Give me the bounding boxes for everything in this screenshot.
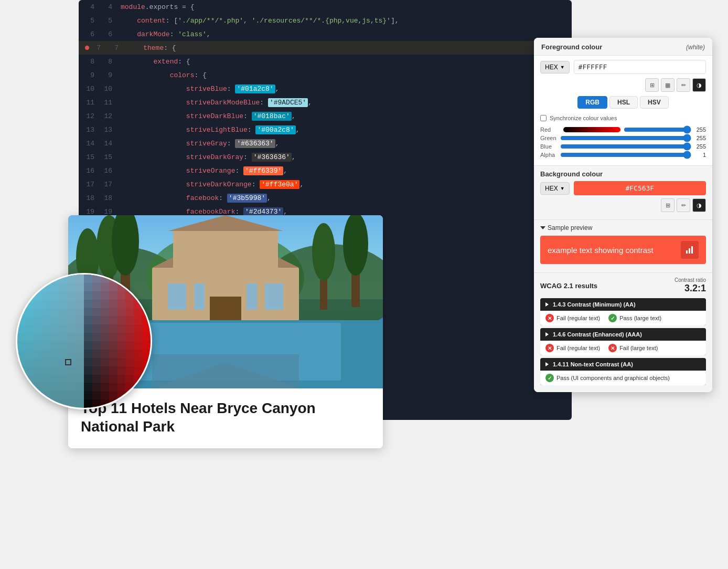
blue-slider-row: Blue 255 (540, 143, 706, 150)
wcag-146-result-1: ✕ Fail (regular text) (545, 344, 600, 352)
wcag-title: WCAG 2.1 results (540, 282, 597, 290)
wcag-146-body: ✕ Fail (regular text) ✕ Fail (large text… (540, 341, 706, 355)
wcag-143-result-2: ✓ Pass (large text) (608, 314, 661, 322)
wcag-item-146-header[interactable]: 1.4.6 Contrast (Enhanced) (AAA) (540, 328, 706, 341)
contrast-label: Contrast ratio (675, 277, 706, 283)
wcag-1411-result-1: ✓ Pass (UI components and graphical obje… (545, 374, 670, 382)
wcag-arrow-icon-2 (545, 332, 549, 336)
sync-row: Synchronize colour values (534, 113, 712, 124)
tab-hsv[interactable]: HSV (640, 96, 669, 109)
code-line: 14 14 striveGray: '#636363', (79, 136, 572, 150)
svg-rect-20 (168, 283, 186, 310)
bg-eyedropper-icon-btn[interactable]: ✏ (677, 198, 690, 212)
svg-marker-19 (168, 215, 283, 231)
sync-label: Synchronize colour values (550, 115, 617, 121)
code-line: 9 9 colors: { (79, 68, 572, 82)
chevron-down-icon: ▼ (560, 65, 565, 70)
panel-label-white: (white) (686, 44, 705, 51)
bg-icon-row: ⊞ ✏ ◑ (540, 198, 706, 212)
code-line: 18 18 facebook: '#3b5998', (79, 191, 572, 205)
wcag-143-title: 1.4.3 Contrast (Minimum) (AA) (553, 301, 636, 308)
wcag-143-result-2-label: Pass (large text) (619, 315, 661, 321)
code-line: 7 7 theme: { (79, 41, 572, 55)
code-line: 8 8 extend: { (79, 55, 572, 68)
bar-chart-icon (685, 245, 694, 255)
svg-rect-18 (173, 231, 278, 273)
blog-title: Top 11 Hotels Near Bryce Canyon National… (81, 399, 370, 436)
bg-grid-icon-btn[interactable]: ⊞ (661, 198, 675, 212)
code-line: 11 11 striveDarkModeBlue: '#9ADCE5', (79, 96, 572, 109)
wcag-143-result-1-label: Fail (regular text) (556, 315, 600, 321)
sample-preview-text: example text showing contrast (548, 246, 654, 255)
red-slider-row: Red 255 (540, 127, 706, 133)
color-picker-panel: Foreground colour (white) HEX ▼ ⊞ ▦ ✏ ◑ … (534, 38, 712, 392)
wcag-item-1411-header[interactable]: 1.4.11 Non-text Contrast (AA) (540, 358, 706, 371)
triangle-icon (540, 226, 545, 229)
hex-format-select[interactable]: HEX ▼ (540, 61, 570, 73)
bg-hex-value: #FC563F (574, 181, 706, 195)
picker-grid (17, 275, 151, 408)
red-slider-track (563, 127, 620, 132)
wcag-1411-body: ✓ Pass (UI components and graphical obje… (540, 371, 706, 385)
tab-hsl[interactable]: HSL (609, 96, 638, 109)
code-line: 15 15 striveDarkGray: '#363636', (79, 150, 572, 164)
wcag-item-146: 1.4.6 Contrast (Enhanced) (AAA) ✕ Fail (… (540, 328, 706, 355)
svg-point-15 (343, 215, 368, 276)
green-value: 255 (691, 135, 706, 141)
code-line: 4 4 module.exports = { (79, 0, 572, 14)
spectrum-icon-btn[interactable]: ▦ (661, 78, 675, 92)
contrast-icon-btn[interactable]: ◑ (692, 78, 706, 92)
wcag-143-body: ✕ Fail (regular text) ✓ Pass (large text… (540, 311, 706, 325)
chevron-down-icon-bg: ▼ (560, 186, 565, 191)
svg-rect-29 (152, 354, 299, 388)
wcag-item-143-header[interactable]: 1.4.3 Contrast (Minimum) (AA) (540, 298, 706, 311)
grid-icon-btn[interactable]: ⊞ (645, 78, 659, 92)
pass-icon-2: ✓ (545, 374, 554, 382)
sample-preview-title: Sample preview (540, 224, 706, 231)
code-line: 10 10 striveBlue: '#01a2c8', (79, 82, 572, 96)
color-tabs: RGB HSL HSV (534, 96, 712, 113)
sample-preview-box: example text showing contrast (540, 236, 706, 264)
svg-rect-2 (691, 246, 693, 254)
wcag-146-result-2-label: Fail (large text) (619, 345, 658, 351)
panel-header: Foreground colour (white) (534, 38, 712, 56)
red-slider[interactable] (624, 128, 691, 132)
contrast-value: 3.2:1 (675, 283, 706, 294)
svg-rect-23 (265, 283, 283, 310)
wcag-146-result-2: ✕ Fail (large text) (608, 344, 658, 352)
hex-label: HEX (545, 64, 558, 71)
code-line: 13 13 striveLightBlue: '#00a2c8', (79, 123, 572, 136)
svg-rect-1 (689, 248, 690, 254)
tab-rgb[interactable]: RGB (577, 96, 607, 109)
code-line: 17 17 striveDarkOrange: '#ff3e0a', (79, 177, 572, 191)
fg-hex-input[interactable] (574, 60, 706, 74)
fail-icon-2: ✕ (545, 344, 554, 352)
wcag-1411-result-1-label: Pass (UI components and graphical object… (556, 375, 670, 381)
wcag-item-1411: 1.4.11 Non-text Contrast (AA) ✓ Pass (UI… (540, 358, 706, 385)
red-label: Red (540, 127, 560, 133)
eyedropper-icon-btn[interactable]: ✏ (677, 78, 690, 92)
bg-contrast-icon-btn[interactable]: ◑ (692, 198, 706, 212)
blue-value: 255 (691, 143, 706, 150)
alpha-value: 1 (691, 152, 706, 158)
sample-preview-section: Sample preview example text showing cont… (534, 219, 712, 272)
wcag-146-result-1-label: Fail (regular text) (556, 345, 600, 351)
bg-hex-format-select[interactable]: HEX ▼ (540, 182, 570, 195)
slider-section: Red 255 Green 255 Blue 255 Alpha 1 (534, 124, 712, 165)
svg-point-13 (312, 223, 335, 281)
bg-title: Background colour (540, 170, 706, 178)
green-slider[interactable] (560, 136, 691, 140)
alpha-slider[interactable] (560, 153, 691, 157)
bg-hex-row: HEX ▼ #FC563F (540, 181, 706, 195)
wcag-item-143: 1.4.3 Contrast (Minimum) (AA) ✕ Fail (re… (540, 298, 706, 325)
picker-cursor (65, 359, 71, 365)
bg-hex-label: HEX (545, 185, 558, 192)
chart-icon-btn[interactable] (681, 241, 699, 259)
color-picker-circle[interactable] (16, 273, 152, 409)
pass-icon: ✓ (608, 314, 617, 322)
code-line: 16 16 striveOrange: '#ff6339', (79, 164, 572, 177)
code-line: 6 6 darkMode: 'class', (79, 27, 572, 41)
sync-checkbox[interactable] (540, 115, 547, 121)
blue-slider[interactable] (560, 144, 691, 149)
wcag-arrow-icon-3 (545, 362, 549, 366)
